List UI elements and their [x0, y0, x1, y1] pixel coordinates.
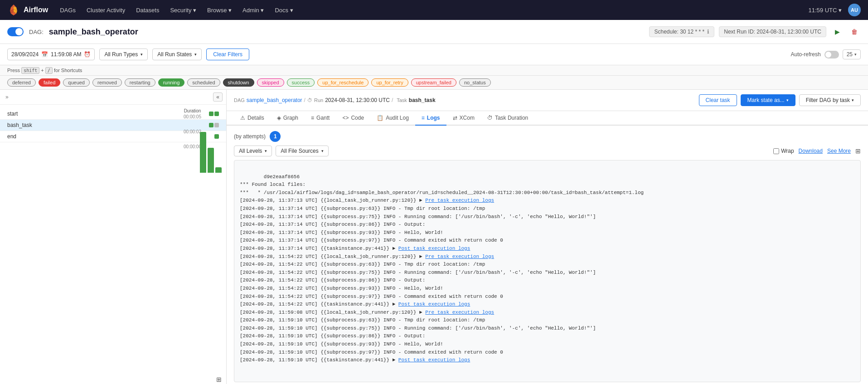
tab-details[interactable]: ⚠ Details [234, 111, 271, 126]
task-dots-bash-task [209, 123, 219, 127]
badge-restarting[interactable]: restarting [125, 78, 155, 87]
expand-grid-icon[interactable]: ⊞ [216, 376, 222, 383]
clear-filters-button[interactable]: Clear Filters [206, 49, 249, 60]
chevron-down-icon: ▾ [321, 149, 324, 153]
clear-task-button[interactable]: Clear task [699, 94, 737, 106]
info-icon: ℹ [707, 29, 709, 35]
post-task-log-link-1[interactable]: Post task execution logs [398, 246, 470, 251]
logs-icon: ≡ [422, 115, 425, 121]
dot-grey [214, 123, 219, 127]
badge-failed[interactable]: failed [39, 78, 60, 87]
delete-button[interactable]: 🗑 [848, 25, 861, 38]
filter-dag-button[interactable]: Filter DAG by task ▾ [799, 94, 861, 106]
tab-code[interactable]: <> Code [336, 111, 370, 126]
chevron-down-icon: ▾ [786, 98, 789, 102]
logo-area[interactable]: Airflow [7, 4, 48, 16]
nav-cluster-activity[interactable]: Cluster Activity [82, 5, 130, 15]
tabs-bar: ⚠ Details ◈ Graph ≡ Gantt <> Code 📋 Audi… [227, 111, 868, 126]
breadcrumb: DAG sample_bash_operator / ⏱ Run 2024-08… [234, 97, 436, 103]
tab-xcom[interactable]: ⇄ XCom [446, 111, 481, 126]
post-task-log-link-2[interactable]: Post task execution logs [398, 301, 470, 307]
badge-upstream-failed[interactable]: upstream_failed [411, 78, 456, 87]
badge-up-for-retry[interactable]: up_for_retry [371, 78, 408, 87]
play-button[interactable]: ▶ [831, 25, 844, 38]
audit-icon: 📋 [377, 115, 383, 121]
tab-audit-log[interactable]: 📋 Audit Log [370, 111, 415, 126]
post-task-log-link-3[interactable]: Post task execution logs [398, 357, 470, 363]
badge-removed[interactable]: removed [92, 78, 122, 87]
dag-toggle[interactable] [7, 27, 24, 36]
breadcrumb-task-value: bash_task [409, 97, 436, 103]
wrap-checkbox-input[interactable] [773, 148, 779, 154]
gantt-icon: ≡ [311, 115, 314, 121]
mark-state-button[interactable]: Mark state as... ▾ [741, 94, 795, 106]
right-panel: DAG sample_bash_operator / ⏱ Run 2024-08… [227, 90, 868, 384]
nav-browse[interactable]: Browse ▾ [203, 5, 236, 15]
nav-dags[interactable]: DAGs [55, 5, 80, 15]
pre-task-log-link-3[interactable]: Pre task execution logs [425, 310, 494, 315]
refresh-count[interactable]: 25 ▾ [843, 49, 861, 59]
nav-time[interactable]: 11:59 UTC ▾ [809, 7, 842, 14]
collapse-button[interactable]: « [213, 92, 223, 102]
badge-success[interactable]: success [287, 78, 315, 87]
tab-graph[interactable]: ◈ Graph [271, 111, 305, 126]
log-file-sources-select[interactable]: All File Sources ▾ [276, 146, 328, 156]
nav-docs[interactable]: Docs ▾ [270, 5, 297, 15]
log-actions: Wrap Download See More ⊞ [773, 147, 861, 155]
run-types-select[interactable]: All Run Types ▾ [99, 49, 148, 60]
badge-skipped[interactable]: skipped [257, 78, 284, 87]
see-more-link[interactable]: See More [827, 148, 851, 154]
badge-running[interactable]: running [158, 78, 185, 87]
badge-deferred[interactable]: deferred [7, 78, 36, 87]
badge-no-status[interactable]: no_status [459, 78, 491, 87]
nav-datasets[interactable]: Datasets [131, 5, 164, 15]
badge-scheduled[interactable]: scheduled [187, 78, 220, 87]
pre-task-log-link-1[interactable]: Pre task execution logs [425, 198, 494, 203]
badge-queued[interactable]: queued [63, 78, 90, 87]
next-run-badge: Next Run ID: 2024-08-31, 12:30:00 UTC [719, 26, 826, 37]
dot-success [214, 112, 219, 116]
pre-task-log-link-2[interactable]: Pre task execution logs [425, 254, 494, 259]
logs-area: (by attempts) 1 All Levels ▾ All File So… [227, 126, 868, 384]
shortcuts-bar: Press shift + / for Shortcuts [0, 65, 868, 76]
user-avatar[interactable]: AU [848, 4, 861, 16]
status-bar: deferred failed queued removed restartin… [0, 76, 868, 90]
breadcrumb-run-value: 2024-08-31, 12:30:00 UTC [325, 97, 390, 103]
attempt-badge-1[interactable]: 1 [270, 131, 281, 142]
run-states-select[interactable]: All Run States ▾ [152, 49, 202, 60]
slash-key: / [45, 67, 53, 74]
right-panel-header: DAG sample_bash_operator / ⏱ Run 2024-08… [227, 90, 868, 111]
date-input[interactable]: 28/09/2024 📅 11:59:08 AM ⏰ [7, 49, 95, 60]
dot-success [209, 123, 213, 127]
calendar-icon: 📅 [41, 51, 48, 58]
graph-area: Duration 00:00:05 00:00:02 00:00:00 ⊞ st… [0, 105, 226, 384]
log-content[interactable]: d9e2eaaf8656 *** Found local files: *** … [234, 160, 861, 382]
main-layout: » « Duration 00:00:05 00:00:02 00:00:00 … [0, 90, 868, 384]
tab-gantt[interactable]: ≡ Gantt [305, 111, 336, 126]
nav-security[interactable]: Security ▾ [165, 5, 201, 15]
badge-shutdown[interactable]: shutdown [223, 78, 254, 87]
download-link[interactable]: Download [799, 148, 823, 154]
duration-header: Duration 00:00:05 00:00:02 00:00:00 [184, 108, 201, 149]
autorefresh-toggle[interactable] [824, 51, 839, 58]
warning-icon: ⚠ [240, 115, 245, 121]
tab-task-duration[interactable]: ⏱ Task Duration [481, 111, 534, 126]
airflow-logo-icon [7, 4, 20, 16]
schedule-badge[interactable]: Schedule: 30 12 * * * ℹ [649, 26, 714, 37]
log-level-select[interactable]: All Levels ▾ [234, 146, 272, 156]
dag-label: DAG: [29, 29, 44, 35]
badge-up-for-reschedule[interactable]: up_for_reschedule [317, 78, 369, 87]
duration-icon: ⏱ [487, 115, 493, 121]
breadcrumb-dag-link[interactable]: sample_bash_operator [247, 97, 302, 103]
task-dots-start [209, 112, 219, 116]
chevron-down-icon: ▾ [194, 52, 197, 57]
expand-log-button[interactable]: ⊞ [855, 147, 861, 155]
dag-name: sample_bash_operator [49, 27, 138, 37]
graph-icon: ◈ [277, 115, 281, 121]
right-panel-actions: Clear task Mark state as... ▾ Filter DAG… [699, 94, 861, 106]
tab-logs[interactable]: ≡ Logs [415, 111, 446, 126]
top-navigation: Airflow DAGs Cluster Activity Datasets S… [0, 0, 868, 20]
nav-admin[interactable]: Admin ▾ [238, 5, 268, 15]
wrap-checkbox[interactable]: Wrap [773, 148, 794, 154]
logo-text: Airflow [24, 6, 48, 14]
